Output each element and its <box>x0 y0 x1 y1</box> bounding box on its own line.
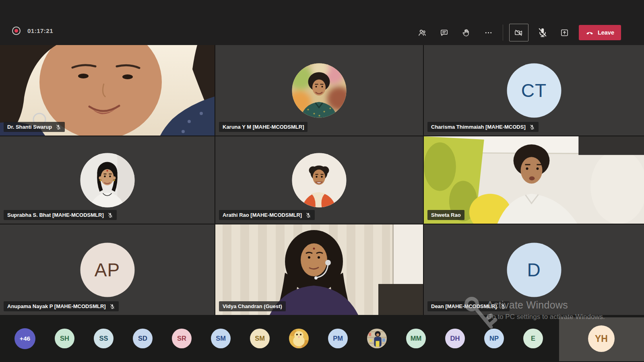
mic-off-icon <box>537 27 548 38</box>
participant-avatar[interactable]: SS <box>94 329 114 348</box>
video-tile-arathi[interactable]: Arathi Rao [MAHE-MCODSMLR] <box>215 136 423 224</box>
leave-button[interactable]: Leave <box>579 25 621 40</box>
participant-name: Vidya Chandran (Guest) <box>223 303 282 309</box>
participant-avatar[interactable]: SM <box>250 329 270 348</box>
video-tile-charisma[interactable]: CT Charisma Thimmaiah [MAHE-MCODS] <box>424 45 644 136</box>
shopper-photo <box>367 329 387 348</box>
participant-name: Karuna Y M [MAHE-MCODSMLR] <box>223 124 304 130</box>
video-tile-shweta[interactable]: Shweta Rao <box>424 136 644 224</box>
initials-avatar: D <box>507 243 561 297</box>
self-video-preview[interactable]: YH <box>559 317 644 361</box>
video-tile-vidya[interactable]: Vidya Chandran (Guest) <box>215 224 423 315</box>
participant-avatar[interactable]: SH <box>55 329 74 348</box>
participant-name: Anupama Nayak P [MAHE-MCODSMLR] <box>7 303 106 309</box>
muted-mic-icon <box>305 212 311 218</box>
video-grid: Dr. Shanti Swarup <box>0 45 644 315</box>
participant-name-label: Shweta Rao <box>427 210 464 220</box>
participants-button[interactable] <box>414 25 430 41</box>
participant-avatar[interactable]: SR <box>172 329 192 348</box>
teams-meeting-window: 01:17:21 Leave <box>0 0 644 362</box>
participant-name-label: Arathi Rao [MAHE-MCODSMLR] <box>219 210 315 220</box>
more-options-button[interactable] <box>481 25 497 41</box>
participant-name: Arathi Rao [MAHE-MCODSMLR] <box>223 212 302 218</box>
participant-strip: +46 SH SS SD SR SM SM PM <box>0 315 644 362</box>
muted-mic-icon <box>107 212 113 218</box>
self-initials-avatar: YH <box>588 325 615 352</box>
leave-label: Leave <box>598 29 614 36</box>
profile-photo-avatar <box>292 63 347 117</box>
people-icon <box>417 28 427 37</box>
participant-name: Charisma Thimmaiah [MAHE-MCODS] <box>431 124 526 130</box>
participant-name-label: Dr. Shanti Swarup <box>4 122 65 132</box>
initials-avatar: AP <box>80 243 134 297</box>
participant-name-label: Vidya Chandran (Guest) <box>219 301 286 311</box>
recording-status: 01:17:21 <box>12 27 53 35</box>
raise-hand-icon <box>462 28 471 37</box>
activate-windows-watermark-subtext: Go to PC settings to activate Windows. <box>487 313 605 321</box>
participant-name: Dr. Shanti Swarup <box>7 124 52 130</box>
participant-avatar[interactable]: MM <box>406 329 426 348</box>
share-screen-button[interactable] <box>557 25 573 41</box>
participant-name-label: Karuna Y M [MAHE-MCODSMLR] <box>219 122 308 132</box>
share-screen-icon <box>560 28 569 37</box>
call-controls: Leave <box>414 24 621 41</box>
video-tile-anupama[interactable]: AP Anupama Nayak P [MAHE-MCODSMLR] <box>0 224 215 315</box>
video-tile-shanti-swarup[interactable]: Dr. Shanti Swarup <box>0 45 215 136</box>
initials-avatar: CT <box>507 63 561 117</box>
muted-mic-icon <box>56 124 61 130</box>
meeting-toolbar: 01:17:21 Leave <box>0 0 644 45</box>
chat-button[interactable] <box>436 25 452 41</box>
camera-toggle-button[interactable] <box>509 24 528 41</box>
ellipsis-icon <box>484 28 493 37</box>
participant-avatar[interactable]: SD <box>133 329 153 348</box>
activate-windows-watermark: Activate Windows <box>487 299 568 311</box>
overflow-count-avatar[interactable]: +46 <box>14 328 35 349</box>
participant-photo-avatar-shopper[interactable] <box>367 329 387 348</box>
video-tile-karuna[interactable]: Karuna Y M [MAHE-MCODSMLR] <box>215 45 423 136</box>
chick-photo <box>289 329 309 348</box>
participant-name: Shweta Rao <box>431 212 461 218</box>
chat-icon <box>440 28 449 37</box>
participant-avatar[interactable]: SM <box>211 329 231 348</box>
participant-avatar[interactable]: E <box>523 329 543 348</box>
participant-name: Suprabha S. Bhat [MAHE-MCODSMLR] <box>7 212 104 218</box>
profile-photo-avatar <box>80 153 134 207</box>
camera-off-icon <box>514 28 523 37</box>
muted-mic-icon <box>109 304 115 309</box>
participant-name-label: Anupama Nayak P [MAHE-MCODSMLR] <box>4 301 119 311</box>
profile-photo-avatar <box>292 153 347 207</box>
participant-name-label: Charisma Thimmaiah [MAHE-MCODS] <box>427 122 539 132</box>
participant-avatar[interactable]: PM <box>328 329 348 348</box>
raise-hand-button[interactable] <box>458 25 475 41</box>
hang-up-icon <box>586 29 594 37</box>
mic-toggle-button[interactable] <box>535 25 551 41</box>
video-tile-suprabha[interactable]: Suprabha S. Bhat [MAHE-MCODSMLR] <box>0 136 215 224</box>
participant-name-label: Suprabha S. Bhat [MAHE-MCODSMLR] <box>4 210 117 220</box>
muted-mic-icon <box>529 124 535 130</box>
toolbar-divider <box>503 25 503 41</box>
participant-photo-avatar-chick[interactable] <box>289 329 309 348</box>
meeting-timer: 01:17:21 <box>27 27 53 34</box>
recording-icon <box>12 27 21 35</box>
